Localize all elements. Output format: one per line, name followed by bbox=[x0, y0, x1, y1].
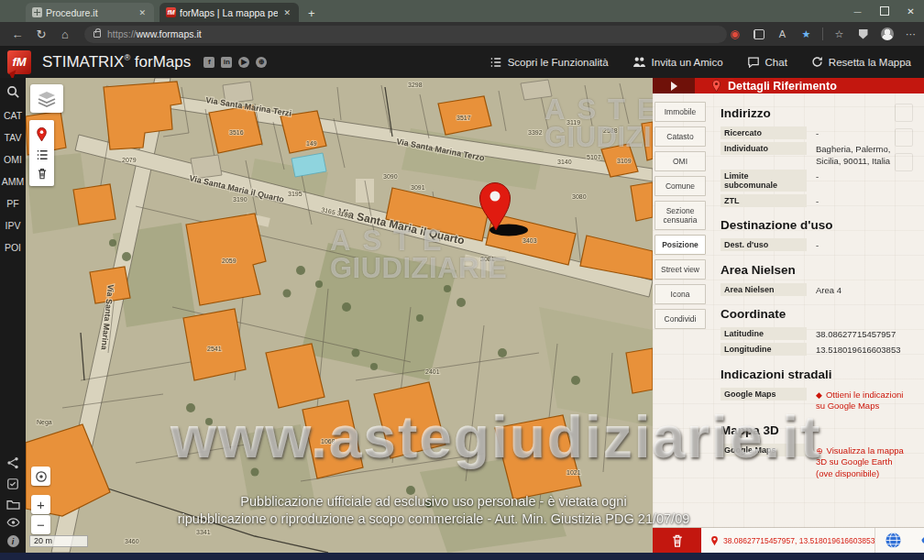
info-icon[interactable]: i bbox=[7, 535, 19, 547]
globe-icon[interactable] bbox=[885, 532, 902, 549]
close-button[interactable] bbox=[897, 0, 924, 22]
sidebar-item[interactable]: IPV bbox=[0, 214, 26, 236]
parcel-number: 3516 bbox=[229, 129, 244, 136]
layers-button[interactable] bbox=[30, 84, 63, 113]
new-tab-button[interactable] bbox=[308, 6, 315, 22]
parcel-number: 2588 bbox=[603, 127, 618, 134]
parcel-number: 3081 bbox=[480, 256, 495, 262]
field-row: Dest. d'uso- bbox=[720, 238, 909, 251]
panel-header: Dettagli Riferimento bbox=[653, 78, 924, 93]
panel-collapse-button[interactable] bbox=[653, 78, 695, 93]
panel-tab[interactable]: OMI bbox=[654, 151, 706, 171]
minimize-button[interactable] bbox=[844, 0, 871, 22]
field-label: Ricercato bbox=[720, 126, 807, 139]
field-row: Limite subcomunale- bbox=[720, 170, 909, 192]
panel-tab[interactable]: Comune bbox=[654, 176, 706, 196]
browser-tab-procedure[interactable]: Procedure.it bbox=[26, 3, 154, 22]
sidebar-item[interactable]: AMM bbox=[0, 170, 26, 192]
facebook-icon[interactable]: f bbox=[204, 57, 214, 68]
tab-title: Procedure.it bbox=[46, 7, 133, 18]
trash-icon bbox=[671, 533, 684, 548]
menu-scopri-funzionalita[interactable]: Scopri le Funzionalità bbox=[490, 56, 609, 69]
frame-icon[interactable] bbox=[6, 478, 19, 490]
pin-tool-icon[interactable] bbox=[36, 126, 48, 142]
map-svg: Via Santa Marina TerziVia Santa Marina T… bbox=[26, 78, 653, 553]
browser-window: Procedure.it fM forMaps | La mappa per n… bbox=[0, 0, 924, 560]
tracking-prevention-icon[interactable]: ◉ bbox=[727, 27, 742, 42]
delete-reference-button[interactable] bbox=[653, 528, 701, 553]
profile-avatar[interactable] bbox=[879, 27, 895, 42]
globe-icon: ⊕ bbox=[816, 446, 823, 456]
share-icon[interactable] bbox=[6, 456, 19, 469]
field-value: 13.518019616603853 bbox=[807, 343, 900, 356]
zoom-in-button[interactable]: + bbox=[31, 495, 50, 514]
field-value: - bbox=[807, 194, 819, 207]
parcel-number: 1068 bbox=[321, 438, 336, 445]
panel-tab[interactable]: Icona bbox=[654, 284, 706, 304]
menu-invita-amico[interactable]: Invita un Amico bbox=[632, 56, 723, 68]
refresh-icon[interactable]: ↻ bbox=[29, 27, 53, 41]
panel-tab[interactable]: Condividi bbox=[654, 309, 706, 329]
panel-footer: 38.08627715457957, 13.518019616603853 bbox=[653, 527, 924, 553]
menu-chat[interactable]: Chat bbox=[747, 56, 787, 68]
field-link[interactable]: ◆Ottieni le indicazioni su Google Maps bbox=[807, 388, 909, 412]
parcel-number: 3090 bbox=[383, 173, 398, 180]
browser-tab-bar: Procedure.it fM forMaps | La mappa per n… bbox=[0, 0, 924, 22]
sidebar-item[interactable]: OMI bbox=[0, 148, 26, 170]
browser-tab-formaps[interactable]: fM forMaps | La mappa per navigar bbox=[160, 3, 299, 22]
menu-resetta-mappa[interactable]: Resetta la Mappa bbox=[811, 56, 911, 68]
field-row: Google Maps◆Ottieni le indicazioni su Go… bbox=[720, 388, 909, 412]
more-menu-icon[interactable]: ⋯ bbox=[903, 27, 918, 42]
url-text: https://www.formaps.it bbox=[107, 28, 202, 39]
maximize-button[interactable] bbox=[871, 0, 897, 22]
web-icon[interactable]: ⊕ bbox=[256, 57, 267, 68]
home-icon[interactable]: ⌂ bbox=[53, 27, 77, 41]
zoom-out-button[interactable]: − bbox=[31, 515, 50, 534]
favorites-bar-icon[interactable]: ☆ bbox=[831, 27, 847, 42]
parcel-number: 3080 bbox=[572, 193, 587, 200]
browser-essentials-icon[interactable] bbox=[855, 27, 871, 42]
parcel-number: 2059 bbox=[222, 258, 236, 264]
sidebar-item[interactable]: CAT bbox=[0, 104, 26, 126]
search-icon[interactable] bbox=[6, 85, 20, 99]
field-link[interactable]: ⊕Visualizza la mappa 3D su Google Earth … bbox=[807, 444, 909, 479]
parcel-number: 3119 bbox=[566, 119, 580, 126]
field-value: - bbox=[807, 170, 819, 182]
address-bar[interactable]: https://www.formaps.it bbox=[84, 26, 727, 43]
field-label: Area Nielsen bbox=[720, 283, 807, 296]
tab-close-icon[interactable] bbox=[137, 8, 148, 17]
panel-tab[interactable]: Sezione censuaria bbox=[654, 201, 706, 230]
sidebar-item[interactable]: PF bbox=[0, 192, 26, 214]
map-canvas[interactable]: Via Santa Marina TerziVia Santa Marina T… bbox=[26, 78, 653, 553]
field-value: Bagheria, Palermo, Sicilia, 90011, Itali… bbox=[807, 142, 909, 167]
folder-icon[interactable] bbox=[6, 499, 20, 510]
header-menu: Scopri le Funzionalità Invita un Amico C… bbox=[490, 56, 911, 69]
directions-icon[interactable] bbox=[920, 532, 924, 549]
formaps-logo[interactable]: fM bbox=[7, 50, 31, 74]
read-aloud-icon[interactable]: A bbox=[775, 27, 790, 42]
sidebar-item[interactable]: TAV bbox=[0, 126, 26, 148]
field-label: Limite subcomunale bbox=[720, 170, 807, 192]
panel-tab[interactable]: Posizione bbox=[654, 235, 706, 255]
trash-tool-icon[interactable] bbox=[37, 168, 48, 180]
list-tool-icon[interactable] bbox=[36, 149, 49, 160]
parcel-number: Nega bbox=[37, 419, 52, 426]
tab-close-icon[interactable] bbox=[281, 8, 292, 17]
linkedin-icon[interactable]: in bbox=[221, 57, 232, 68]
brand-title: STIMATRIX® forMaps bbox=[42, 53, 191, 71]
geolocate-button[interactable] bbox=[31, 467, 50, 486]
field-value: Area 4 bbox=[807, 283, 842, 296]
split-screen-icon[interactable] bbox=[751, 27, 766, 42]
panel-tab[interactable]: Immobile bbox=[654, 102, 706, 122]
parcel-number: 3341 bbox=[196, 529, 211, 535]
favorite-star-icon[interactable]: ★ bbox=[798, 27, 814, 42]
sidebar-item[interactable]: POI bbox=[0, 236, 26, 258]
section-title: Mappa 3D bbox=[720, 423, 909, 437]
panel-tab[interactable]: Catasto bbox=[654, 126, 706, 147]
panel-tab[interactable]: Street view bbox=[654, 259, 706, 280]
field-value: - bbox=[807, 238, 819, 251]
maps-pin-icon: ◆ bbox=[816, 390, 822, 400]
eye-icon[interactable] bbox=[6, 518, 20, 527]
back-icon[interactable]: ← bbox=[6, 27, 29, 41]
youtube-icon[interactable]: ▶ bbox=[238, 57, 249, 68]
